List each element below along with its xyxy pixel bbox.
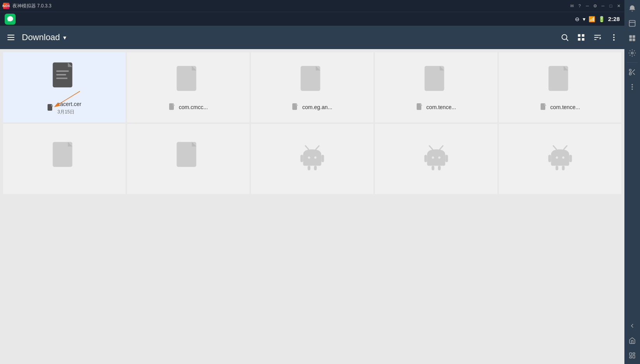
sidebar-scissor-btn[interactable] (625, 65, 639, 79)
list-item[interactable] (499, 124, 621, 194)
svg-rect-8 (582, 38, 584, 41)
svg-point-39 (308, 156, 310, 159)
svg-line-51 (430, 146, 433, 149)
toolbar-title-area: Download ▾ (22, 32, 554, 42)
sidebar-top-btn-3[interactable] (625, 31, 639, 45)
svg-rect-80 (633, 355, 635, 358)
file-icon-preview (173, 63, 204, 98)
android-icon-preview (297, 139, 328, 174)
list-item[interactable] (127, 124, 249, 194)
file-icon-preview (297, 63, 328, 98)
list-item[interactable]: com.eg.an... (251, 52, 373, 122)
sidebar-top-btn-4[interactable] (625, 46, 639, 60)
dropdown-arrow-icon[interactable]: ▾ (63, 34, 66, 41)
list-item[interactable]: com.tence... (499, 52, 621, 122)
help-icon[interactable]: ? (577, 3, 582, 9)
svg-line-4 (566, 39, 568, 41)
svg-line-62 (564, 146, 567, 149)
sidebar-back-button[interactable] (625, 319, 639, 333)
svg-rect-35 (301, 155, 303, 162)
svg-rect-36 (321, 155, 324, 162)
svg-line-41 (306, 146, 309, 149)
close-icon[interactable]: ✕ (616, 3, 621, 9)
svg-rect-38 (314, 166, 317, 170)
file-name: com.cmcc... (179, 104, 208, 110)
file-icon-preview (421, 63, 452, 98)
list-item[interactable] (375, 124, 497, 194)
app-title: 夜神模拟器 7.0.3.3 (12, 3, 51, 9)
sidebar-recent-button[interactable] (625, 348, 639, 362)
svg-rect-57 (555, 166, 558, 170)
svg-rect-58 (562, 166, 565, 170)
file-grid: cacert.cer 3月15日 (3, 52, 621, 194)
sidebar-top-btn-1[interactable] (625, 2, 639, 16)
svg-rect-7 (578, 38, 580, 41)
list-item[interactable]: cacert.cer 3月15日 (3, 52, 126, 122)
title-bar: NOX 夜神模拟器 7.0.3.3 ✉ ? ─ ⚙ ─ □ ✕ (0, 0, 624, 12)
sidebar-divider-1 (627, 62, 638, 63)
svg-rect-79 (633, 353, 635, 354)
svg-rect-37 (308, 166, 310, 170)
sort-button[interactable] (593, 33, 602, 42)
minimize-window-icon[interactable]: ─ (600, 3, 606, 9)
svg-point-14 (613, 37, 615, 38)
svg-point-13 (613, 34, 615, 36)
search-button[interactable] (560, 33, 569, 42)
svg-rect-17 (56, 70, 69, 71)
wifi-icon: ▾ (583, 16, 585, 22)
file-date: 3月15日 (57, 109, 81, 115)
file-icon-preview (49, 139, 80, 174)
mute-icon: ⊖ (575, 16, 580, 22)
grid-view-button[interactable] (577, 33, 585, 42)
svg-rect-67 (629, 39, 632, 41)
sidebar-dots-btn[interactable] (625, 80, 639, 94)
file-name: com.eg.an... (302, 104, 332, 110)
toolbar-actions (560, 33, 618, 42)
file-icon-preview (173, 139, 204, 174)
file-icon-preview (545, 63, 576, 98)
menu-button[interactable] (6, 33, 16, 42)
list-item[interactable]: com.cmcc... (127, 52, 249, 122)
svg-rect-5 (578, 34, 580, 37)
app-logo: NOX (3, 3, 9, 9)
svg-point-40 (314, 156, 316, 159)
more-options-button[interactable] (610, 33, 618, 42)
svg-point-59 (556, 156, 558, 159)
svg-point-50 (438, 156, 440, 159)
svg-rect-55 (548, 155, 551, 162)
svg-point-76 (631, 86, 633, 87)
minimize-icon[interactable]: ─ (585, 3, 590, 9)
svg-point-60 (562, 156, 564, 159)
time-display: 2:28 (608, 16, 620, 22)
sidebar-home-button[interactable] (625, 334, 639, 348)
list-item[interactable] (3, 124, 126, 194)
svg-point-70 (629, 69, 631, 71)
battery-icon: 🔋 (598, 16, 605, 22)
svg-rect-56 (569, 155, 572, 162)
svg-point-75 (631, 84, 633, 85)
svg-line-42 (316, 146, 319, 149)
svg-point-49 (432, 156, 434, 159)
list-item[interactable]: com.tence... (375, 52, 497, 122)
android-status-bar: ⊖ ▾ 📶 🔋 2:28 (0, 12, 624, 26)
file-grid-container: cacert.cer 3月15日 (0, 49, 624, 364)
android-icon-preview (545, 139, 576, 174)
signal-icon: 📶 (589, 16, 595, 22)
svg-rect-18 (56, 74, 66, 75)
svg-point-77 (631, 88, 633, 90)
svg-rect-48 (438, 166, 441, 170)
svg-rect-68 (633, 39, 635, 41)
mail-icon[interactable]: ✉ (569, 3, 575, 9)
toolbar: Download ▾ (0, 26, 624, 49)
svg-rect-19 (56, 78, 67, 79)
svg-rect-65 (629, 35, 632, 38)
svg-rect-66 (633, 35, 635, 38)
android-icon-preview (421, 139, 452, 174)
svg-rect-6 (582, 34, 584, 37)
sidebar-top-btn-2[interactable] (625, 16, 639, 30)
svg-point-15 (613, 39, 615, 41)
settings-icon[interactable]: ⚙ (592, 3, 598, 9)
maximize-icon[interactable]: □ (608, 3, 613, 9)
svg-rect-46 (445, 155, 448, 162)
list-item[interactable] (251, 124, 373, 194)
